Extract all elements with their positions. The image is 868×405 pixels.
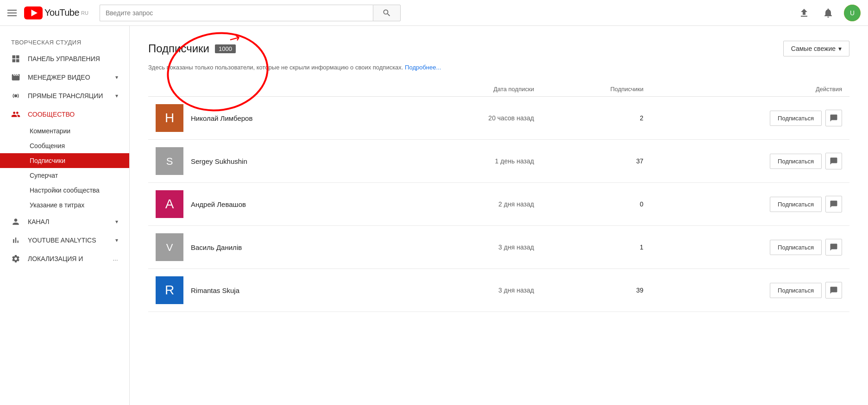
sidebar-community-label: СООБЩЕСТВО [28,111,75,118]
message-icon [830,243,838,251]
subscribe-button[interactable]: Подписаться [770,154,822,169]
page-title-wrap: Подписчики 1000 [148,42,236,55]
message-button[interactable] [825,282,842,299]
message-button[interactable] [825,239,842,255]
user-cell-td: V Василь Данилів [148,226,403,269]
sidebar-sub-community-settings[interactable]: Настройки сообщества [0,183,129,198]
subs-count-cell: 2 [541,97,651,140]
svg-text:U: U [850,9,855,17]
date-cell: 2 дня назад [403,183,541,226]
subscriber-count-badge: 1000 [215,44,236,53]
main-content: ↗ Подписчики 1000 Самые свежие ▾ Здесь п… [130,26,868,405]
actions-cell: Подписаться [651,226,849,269]
info-text-content: Здесь показаны только пользователи, кото… [148,64,403,71]
message-icon [830,157,838,165]
subs-count-cell: 1 [541,226,651,269]
search-bar [100,5,401,21]
search-input[interactable] [100,5,373,21]
subs-count-cell: 37 [541,140,651,183]
hamburger-icon[interactable] [7,10,17,16]
actions-wrap: Подписаться [658,153,842,169]
person-icon [11,217,20,226]
user-cell: V Василь Данилів [156,233,396,261]
chevron-down-icon: ▾ [115,74,118,81]
actions-wrap: Подписаться [658,239,842,255]
upload-icon-btn[interactable] [796,5,812,21]
app-body: ТВОРЧЕСКАЯ СТУДИЯ ПАНЕЛЬ УПРАВЛЕНИЯ МЕНЕ… [0,26,868,405]
chevron-down-icon-live: ▾ [115,93,118,99]
sidebar-item-community[interactable]: СООБЩЕСТВО [0,105,129,124]
user-cell-td: R Rimantas Skuja [148,269,403,312]
table-row: V Василь Данилів 3 дня назад 1 Подписать… [148,226,849,269]
user-avatar: V [156,233,183,261]
sidebar-sub-credits[interactable]: Указание в титрах [0,198,129,212]
subs-count-cell: 39 [541,269,651,312]
sidebar-sub-superchat[interactable]: Суперчат [0,168,129,183]
logo-ru-text: RU [81,10,88,16]
actions-cell: Подписаться [651,269,849,312]
sidebar-video-label: МЕНЕДЖЕР ВИДЕО [28,74,90,81]
table-row: Н Николай Лимберов 20 часов назад 2 Подп… [148,97,849,140]
message-button[interactable] [825,153,842,169]
sidebar: ТВОРЧЕСКАЯ СТУДИЯ ПАНЕЛЬ УПРАВЛЕНИЯ МЕНЕ… [0,26,130,405]
subscribe-button[interactable]: Подписаться [770,240,822,255]
subscribe-button[interactable]: Подписаться [770,197,822,212]
radio-icon [11,91,20,100]
sidebar-localization-label: ЛОКАЛИЗАЦИЯ И [28,255,83,262]
message-icon [830,200,838,208]
user-avatar: R [156,276,183,304]
actions-wrap: Подписаться [658,110,842,126]
sidebar-item-live[interactable]: ПРЯМЫЕ ТРАНСЛЯЦИИ ▾ [0,87,129,105]
sidebar-sub-messages[interactable]: Сообщения [0,138,129,153]
user-cell: Н Николай Лимберов [156,104,396,132]
info-text: Здесь показаны только пользователи, кото… [148,64,849,71]
sort-label: Самые свежие [791,45,836,52]
sidebar-item-channel[interactable]: КАНАЛ ▾ [0,212,129,231]
subscribe-button[interactable]: Подписаться [770,283,822,298]
message-button[interactable] [825,110,842,126]
sidebar-dashboard-label: ПАНЕЛЬ УПРАВЛЕНИЯ [28,55,100,62]
bar-chart-icon [11,236,20,245]
logo-text: YouTube [44,7,79,18]
chevron-down-icon-channel: ▾ [115,218,118,225]
page-title: Подписчики [148,42,209,55]
user-avatar: А [156,190,183,218]
search-button[interactable] [373,5,401,21]
user-avatar[interactable]: U [844,5,861,21]
user-name: Николай Лимберов [191,114,252,122]
user-cell: S Sergey Sukhushin [156,147,396,175]
notifications-icon-btn[interactable] [820,5,837,21]
user-avatar: Н [156,104,183,132]
message-button[interactable] [825,196,842,212]
message-icon [830,114,838,122]
sidebar-item-video-manager[interactable]: МЕНЕДЖЕР ВИДЕО ▾ [0,68,129,87]
user-cell-td: А Андрей Левашов [148,183,403,226]
col-header-name [148,82,403,97]
user-cell: R Rimantas Skuja [156,276,396,304]
user-name: Rimantas Skuja [191,287,239,294]
video-icon [11,73,20,82]
subscribe-button[interactable]: Подписаться [770,111,822,126]
svg-text:V: V [166,242,173,253]
sidebar-sub-comments[interactable]: Комментарии [0,124,129,138]
sidebar-item-dashboard[interactable]: ПАНЕЛЬ УПРАВЛЕНИЯ [0,50,129,68]
user-name: Андрей Левашов [191,200,246,208]
table-header-row: Дата подписки Подписчики Действия [148,82,849,97]
sidebar-item-analytics[interactable]: YOUTUBE ANALYTICS ▾ [0,231,129,249]
people-icon [11,110,20,119]
info-link[interactable]: Подробнее... [405,64,441,71]
date-cell: 3 дня назад [403,269,541,312]
col-header-date: Дата подписки [403,82,541,97]
sort-button[interactable]: Самые свежие ▾ [783,41,849,56]
date-cell: 1 день назад [403,140,541,183]
youtube-logo-icon [24,6,43,19]
chevron-down-icon-analytics: ▾ [115,237,118,243]
sidebar-item-localization[interactable]: ЛОКАЛИЗАЦИЯ И … [0,249,129,268]
page-header: Подписчики 1000 Самые свежие ▾ [148,41,849,56]
nav-left: YouTubeRU [7,6,88,19]
sidebar-sub-subscribers[interactable]: Подписчики [0,153,129,168]
actions-wrap: Подписаться [658,196,842,212]
svg-point-4 [14,94,18,98]
logo-wrap: YouTubeRU [24,6,88,19]
user-name: Василь Данилів [191,243,242,251]
